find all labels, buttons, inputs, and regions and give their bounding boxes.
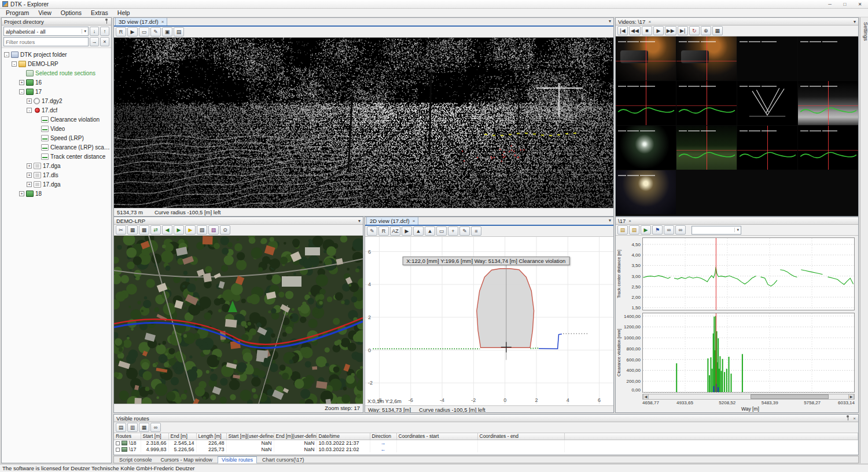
chart-horizontal-scrollbar[interactable]: ◀ ▶	[642, 394, 855, 400]
collapse-icon[interactable]: -	[27, 108, 32, 113]
sort-descending-button[interactable]: ↓	[90, 27, 99, 36]
sort-combobox[interactable]: alphabetical - all ▾	[3, 27, 89, 36]
track-layer-button[interactable]: ▩	[139, 225, 149, 235]
clearance-profile-button[interactable]: ▭	[139, 27, 149, 36]
filter-routes-input[interactable]	[3, 37, 89, 46]
vehicle-front-button[interactable]: ▲	[413, 226, 424, 236]
clear-filter-button[interactable]: ×	[100, 37, 109, 46]
tree-item-selected-route-sections[interactable]: Selected route sections	[2, 68, 111, 78]
column-header-coordinates-end[interactable]: Coordinates - end	[477, 433, 564, 440]
close-icon[interactable]: ×	[628, 218, 631, 224]
zoom-button[interactable]: ⊕	[701, 26, 711, 35]
draw-button[interactable]: ✎	[367, 226, 377, 236]
bottom-tab-cursors-map-window[interactable]: Cursors - Map window	[157, 456, 216, 463]
collapse-icon[interactable]: -	[12, 61, 17, 67]
tree-item-clearance-violation[interactable]: Clearance violation	[2, 115, 111, 124]
camera-2-button[interactable]: ▤	[174, 27, 184, 36]
auto-zoom-button[interactable]: AZ	[390, 226, 400, 236]
close-icon[interactable]: ×	[853, 416, 856, 421]
play-button[interactable]: ▶	[127, 27, 138, 36]
column-header-routes[interactable]: Routes	[114, 433, 141, 440]
fit-view-button[interactable]: ▦	[127, 225, 138, 235]
column-header-start-m[interactable]: Start [m]	[141, 433, 168, 440]
menu-help[interactable]: Help	[113, 9, 135, 17]
loop-button[interactable]: ↻	[689, 26, 700, 35]
chevron-down-icon[interactable]: ▾	[854, 19, 856, 24]
goto-end-button[interactable]: ▶|	[678, 26, 688, 35]
minimize-button[interactable]: ─	[824, 1, 836, 8]
play-button[interactable]: ▶	[641, 225, 651, 235]
route-checkbox[interactable]	[116, 448, 120, 452]
scroll-right-icon[interactable]: ▶	[848, 394, 854, 399]
video-thumbnail-wave[interactable]	[676, 81, 737, 125]
play-button[interactable]: ▶	[653, 26, 664, 35]
stop-button[interactable]: ■	[642, 26, 652, 35]
tree-item-17-dls[interactable]: +17.dls	[2, 170, 111, 180]
tree-item-17-dcf[interactable]: -17.dcf	[2, 105, 111, 115]
prev-section-button[interactable]: ◀	[162, 225, 172, 235]
binoculars-button[interactable]: ⊙	[220, 225, 230, 235]
video-thumbnail-street[interactable]	[616, 170, 676, 214]
tree-item-16[interactable]: +16	[2, 78, 111, 87]
clearance-violation-chart[interactable]	[642, 313, 855, 393]
menu-program[interactable]: Program	[1, 9, 34, 17]
measure-button[interactable]: ✎	[150, 27, 161, 36]
table-row[interactable]: \174.999,835.226,56225,73NaNNaN10.03.202…	[114, 446, 858, 452]
columns-button[interactable]: ▦	[139, 423, 149, 432]
chart-config-1-button[interactable]: ▤	[617, 225, 628, 235]
expand-icon[interactable]: +	[27, 163, 32, 169]
tab-list-dropdown-icon[interactable]: ▾	[609, 218, 611, 223]
video-thumbnail-pantograph[interactable]	[737, 81, 797, 125]
bottom-tab-script-console[interactable]: Script console	[116, 456, 156, 463]
video-thumbnail-wave[interactable]	[737, 126, 797, 170]
chevron-down-icon[interactable]: ▾	[358, 218, 361, 224]
routes-table-button[interactable]: ▤	[116, 423, 126, 432]
clearance-button[interactable]: ▭	[436, 226, 447, 236]
tab-list-dropdown-icon[interactable]: ▾	[609, 19, 611, 24]
tab-3d-view[interactable]: 3D view (17.dcf) ×	[115, 17, 167, 25]
scrollbar-thumb[interactable]	[751, 394, 829, 399]
pin-icon[interactable]	[845, 415, 850, 421]
play-button[interactable]: ▶	[185, 225, 196, 235]
column-header-date-time[interactable]: Date/time	[317, 433, 370, 440]
bottom-tab-visible-routes[interactable]: Visible routes	[218, 456, 257, 463]
flag-button[interactable]: ⚑	[652, 225, 663, 235]
overlay-1-button[interactable]: ▧	[197, 225, 207, 235]
vehicle-rear-button[interactable]: ▲	[425, 226, 435, 236]
maximize-button[interactable]: □	[839, 1, 851, 8]
collapse-icon[interactable]: -	[4, 52, 9, 57]
filmstrip-button[interactable]: ▦	[712, 26, 723, 35]
tree-item-17-dga[interactable]: +17.dga	[2, 161, 111, 170]
sort-ascending-button[interactable]: ↑	[100, 27, 109, 36]
column-header-end-m-user-defined[interactable]: End [m](user-defined)	[274, 433, 317, 440]
chart-config-2-button[interactable]: ▤	[629, 225, 639, 235]
tree-item-speed-lrp[interactable]: Speed (LRP)	[2, 133, 111, 142]
bottom-tab-chart-cursors-17[interactable]: Chart cursors(\17)	[259, 456, 308, 463]
video-thumbnail-wave[interactable]	[616, 81, 676, 125]
camera-1-button[interactable]: ▣	[162, 27, 172, 36]
route-checkbox[interactable]	[116, 441, 120, 445]
tree-item-track-center-distance[interactable]: Track center distance	[2, 152, 111, 161]
expand-icon[interactable]: +	[27, 173, 32, 178]
close-button[interactable]: ✕	[854, 1, 866, 8]
next-section-button[interactable]: ▶	[174, 225, 184, 235]
chart-cursor-combobox[interactable]: ▾	[692, 226, 741, 235]
tab-2d-view[interactable]: 2D view (17.dcf) ×	[366, 217, 418, 225]
video-thumbnail-dark[interactable]	[737, 36, 797, 81]
video-thumbnail-arm[interactable]	[616, 36, 676, 81]
column-header-end-m[interactable]: End [m]	[168, 433, 196, 440]
overlay-2-button[interactable]: ▨	[208, 225, 219, 235]
tree-item-17-dgy2[interactable]: +17.dgy2	[2, 96, 111, 105]
menu-view[interactable]: View	[34, 9, 56, 17]
video-thumbnail-arm[interactable]	[676, 36, 737, 81]
tree-item-17-dga[interactable]: +17.dga	[2, 180, 111, 189]
video-thumbnail-wave[interactable]	[798, 126, 858, 170]
find-button[interactable]: ∞	[150, 423, 161, 432]
rotate-mode-button[interactable]: R	[378, 226, 389, 236]
clearance-profile-view[interactable]: X:122,0 [mm] Y:199,6 [mm] Way: 5134,74 […	[365, 237, 613, 405]
fast-forward-button[interactable]: ▶▶	[665, 26, 676, 35]
tree-item-18[interactable]: +18	[2, 189, 111, 198]
table-row[interactable]: \182.318,662.545,14226,48NaNNaN10.03.202…	[114, 440, 858, 446]
list-button[interactable]: ≡	[471, 226, 481, 236]
expand-icon[interactable]: +	[19, 80, 24, 85]
